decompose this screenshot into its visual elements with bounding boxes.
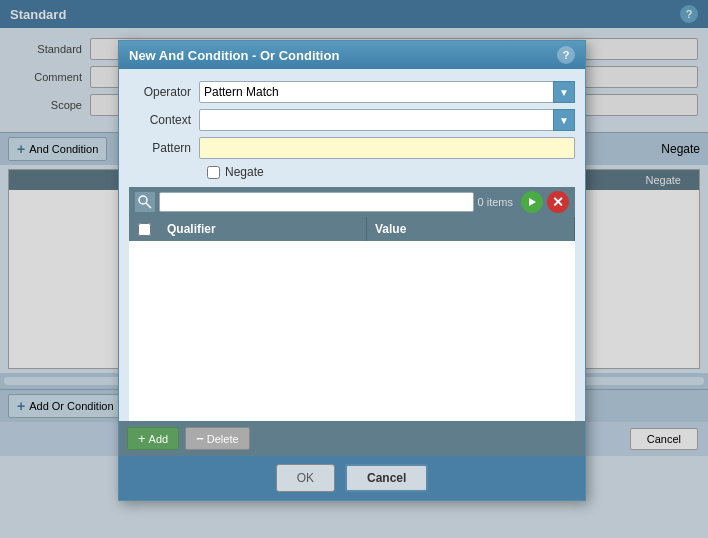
- operator-field-wrapper: ▼: [199, 81, 575, 103]
- table-body-empty: [129, 241, 575, 421]
- select-all-checkbox[interactable]: [138, 223, 151, 236]
- go-icon: [526, 196, 538, 208]
- negate-checkbox[interactable]: [207, 166, 220, 179]
- pattern-row: Pattern: [129, 137, 575, 159]
- svg-marker-2: [529, 198, 536, 206]
- operator-row: Operator ▼: [129, 81, 575, 103]
- context-row: Context ▼: [129, 109, 575, 131]
- add-label: Add: [149, 433, 169, 445]
- qualifier-column-header: Qualifier: [159, 217, 367, 241]
- context-field-wrapper: ▼: [199, 109, 575, 131]
- search-icon: [138, 195, 152, 209]
- add-plus-icon: +: [138, 431, 146, 446]
- context-input[interactable]: [199, 109, 575, 131]
- delete-label: Delete: [207, 433, 239, 445]
- context-label: Context: [129, 113, 199, 127]
- value-column-header: Value: [367, 217, 575, 241]
- header-checkbox-cell: [129, 217, 159, 241]
- qualifier-table: Qualifier Value: [129, 217, 575, 421]
- delete-button[interactable]: − Delete: [185, 427, 249, 450]
- modal-help-icon[interactable]: ?: [557, 46, 575, 64]
- ok-button[interactable]: OK: [276, 464, 335, 492]
- go-button[interactable]: [521, 191, 543, 213]
- delete-minus-icon: −: [196, 431, 204, 446]
- modal-body: Operator ▼ Context ▼ Pattern Negate: [119, 69, 585, 421]
- negate-text: Negate: [225, 165, 264, 179]
- context-dropdown-arrow[interactable]: ▼: [553, 109, 575, 131]
- item-count: 0 items: [478, 196, 513, 208]
- operator-dropdown-arrow[interactable]: ▼: [553, 81, 575, 103]
- pattern-field-wrapper: [199, 137, 575, 159]
- operator-input[interactable]: [199, 81, 575, 103]
- operator-label: Operator: [129, 85, 199, 99]
- modal-footer: OK Cancel: [119, 456, 585, 500]
- search-icon-wrapper[interactable]: [135, 192, 155, 212]
- add-button[interactable]: + Add: [127, 427, 179, 450]
- pattern-label: Pattern: [129, 141, 199, 155]
- modal-bottom-toolbar: + Add − Delete: [119, 421, 585, 456]
- search-bar: 0 items ✕: [129, 187, 575, 217]
- table-header: Qualifier Value: [129, 217, 575, 241]
- svg-point-0: [139, 196, 147, 204]
- svg-line-1: [146, 203, 151, 208]
- modal-dialog: New And Condition - Or Condition ? Opera…: [118, 40, 586, 501]
- clear-button[interactable]: ✕: [547, 191, 569, 213]
- clear-icon: ✕: [552, 194, 564, 210]
- pattern-input[interactable]: [199, 137, 575, 159]
- modal-title: New And Condition - Or Condition: [129, 48, 339, 63]
- modal-title-bar: New And Condition - Or Condition ?: [119, 41, 585, 69]
- cancel-button[interactable]: Cancel: [345, 464, 428, 492]
- search-input[interactable]: [159, 192, 474, 212]
- negate-row: Negate: [207, 165, 575, 179]
